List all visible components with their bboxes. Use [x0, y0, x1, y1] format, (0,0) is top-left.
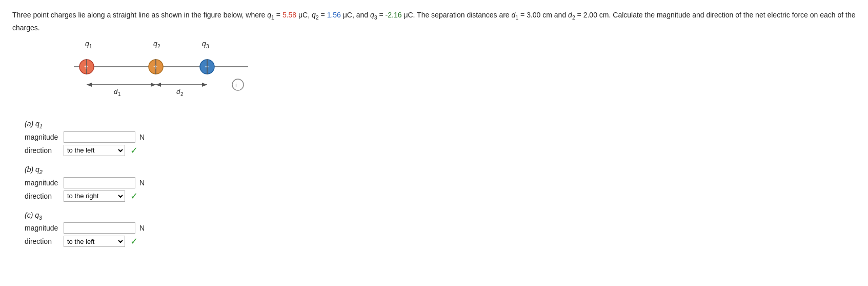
svg-text:+: +: [84, 63, 88, 71]
part-c-label: (c) q3: [25, 211, 856, 221]
svg-text:q: q: [153, 40, 157, 48]
magnitude-label-c: magnitude: [25, 224, 60, 232]
magnitude-input-b[interactable]: [64, 177, 135, 188]
svg-text:1: 1: [118, 91, 121, 97]
part-a-direction-row: direction to the left to the right ✓: [25, 145, 856, 156]
svg-marker-23: [202, 83, 207, 87]
part-a-label: (a) q1: [25, 120, 856, 129]
svg-text:2: 2: [180, 91, 184, 97]
part-c-direction-row: direction to the left to the right ✓: [25, 236, 856, 247]
figure: q 1 q 2 q 3 + + − d 1 d 2: [53, 39, 269, 110]
svg-text:3: 3: [206, 44, 209, 49]
unit-label-a: N: [139, 133, 145, 141]
svg-text:1: 1: [89, 44, 92, 49]
parts-area: (a) q1 magnitude N direction to the left…: [25, 120, 856, 247]
direction-label-a: direction: [25, 146, 60, 155]
svg-marker-22: [156, 83, 161, 87]
svg-text:q: q: [85, 40, 89, 48]
svg-text:d: d: [176, 88, 180, 96]
magnitude-input-a[interactable]: [64, 131, 135, 143]
part-a: (a) q1 magnitude N direction to the left…: [25, 120, 856, 156]
magnitude-label-b: magnitude: [25, 179, 60, 187]
check-icon-c: ✓: [130, 237, 138, 246]
part-b-direction-row: direction to the left to the right ✓: [25, 190, 856, 202]
part-b: (b) q2 magnitude N direction to the left…: [25, 165, 856, 202]
check-icon-a: ✓: [130, 146, 138, 155]
direction-select-b[interactable]: to the left to the right: [64, 190, 125, 202]
magnitude-input-c[interactable]: [64, 222, 135, 234]
check-icon-b: ✓: [130, 192, 138, 201]
direction-select-c[interactable]: to the left to the right: [64, 236, 125, 247]
unit-label-b: N: [139, 179, 145, 187]
svg-text:−: −: [205, 63, 209, 71]
direction-select-a[interactable]: to the left to the right: [64, 145, 125, 156]
direction-label-c: direction: [25, 237, 60, 245]
problem-statement: Three point charges lie along a straight…: [12, 9, 856, 33]
part-b-magnitude-row: magnitude N: [25, 177, 856, 188]
part-c-magnitude-row: magnitude N: [25, 222, 856, 234]
svg-point-26: [232, 79, 244, 90]
svg-marker-18: [151, 83, 156, 87]
svg-text:q: q: [202, 40, 206, 48]
svg-text:+: +: [153, 63, 157, 71]
diagram-svg: q 1 q 2 q 3 + + − d 1 d 2: [53, 39, 269, 110]
unit-label-c: N: [139, 224, 145, 232]
part-b-label: (b) q2: [25, 165, 856, 175]
svg-marker-17: [87, 83, 92, 87]
direction-label-b: direction: [25, 192, 60, 200]
part-c: (c) q3 magnitude N direction to the left…: [25, 211, 856, 247]
part-a-magnitude-row: magnitude N: [25, 131, 856, 143]
svg-text:2: 2: [157, 44, 160, 49]
svg-text:i: i: [235, 81, 237, 89]
svg-text:d: d: [114, 88, 118, 96]
magnitude-label-a: magnitude: [25, 133, 60, 141]
